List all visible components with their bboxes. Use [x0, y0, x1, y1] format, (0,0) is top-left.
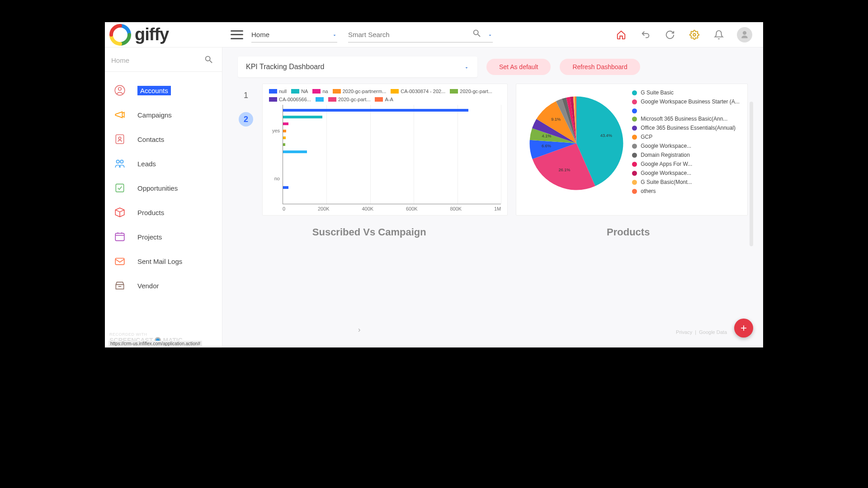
legend-item[interactable] [316, 97, 324, 102]
legend-item[interactable]: Google Workspace Business Starter (A... [632, 99, 744, 105]
sidebar-item-leads[interactable]: Leads [105, 151, 222, 176]
sidebar-item-accounts[interactable]: Accounts [105, 78, 222, 103]
gear-icon[interactable] [688, 28, 701, 41]
menu-toggle-icon[interactable] [231, 30, 243, 39]
topbar: giffy Home [105, 22, 763, 47]
search-input[interactable] [348, 28, 472, 41]
sidebar-item-projects[interactable]: Projects [105, 225, 222, 249]
undo-icon[interactable] [639, 28, 652, 41]
legend-item[interactable]: Google Workspace... [632, 170, 744, 177]
module-selector-label: Home [251, 31, 269, 38]
legend-item[interactable]: others [632, 188, 744, 195]
bar-segment[interactable] [283, 122, 288, 125]
pie-label: 26.1% [559, 168, 571, 172]
campaign-icon [113, 108, 127, 122]
legend-item[interactable]: Office 365 Business Essentials(Annual) [632, 125, 744, 131]
sidebar-item-label: Opportunities [137, 184, 178, 192]
legend-item[interactable]: CA-0006566... [269, 97, 311, 102]
sidebar-item-label: Vendor [137, 282, 159, 290]
sidebar-item-opportunities[interactable]: Opportunities [105, 176, 222, 200]
sidebar-item-label: Contacts [137, 136, 164, 143]
bar-segment[interactable] [283, 130, 286, 132]
bar-segment[interactable] [283, 116, 322, 118]
logo[interactable]: giffy [105, 24, 222, 46]
svg-rect-9 [115, 258, 124, 265]
step-2[interactable]: 2 [239, 112, 253, 127]
svg-point-2 [118, 88, 122, 91]
pie-label: 9.1% [551, 117, 561, 122]
footer-links: Privacy | Google Data [676, 329, 727, 335]
refresh-icon[interactable] [664, 28, 676, 41]
sidebar-item-label: Projects [137, 233, 162, 241]
chevron-down-icon [332, 32, 337, 37]
search-icon[interactable] [472, 28, 482, 40]
project-icon [113, 230, 127, 244]
set-default-button[interactable]: Set As default [486, 59, 551, 75]
legend-item[interactable]: 2020-gc-part... [328, 97, 371, 102]
contact-icon [113, 132, 127, 146]
fab-add-button[interactable]: + [734, 319, 753, 338]
svg-point-0 [693, 33, 696, 36]
user-avatar[interactable] [737, 27, 752, 42]
sidebar-item-products[interactable]: Products [105, 200, 222, 225]
bar-segment[interactable] [283, 186, 288, 189]
pie-chart-panel: 43.4%26.1%6.6%4.1%9.1% G Suite BasicGoog… [516, 84, 748, 216]
pie-chart-legend: G Suite BasicGoogle Workspace Business S… [628, 88, 744, 211]
module-selector[interactable]: Home [251, 27, 337, 42]
pie-label: 43.4% [600, 133, 612, 138]
vendor-icon [113, 279, 127, 292]
sidebar-search[interactable]: Home [105, 50, 222, 72]
search-options-chevron-icon[interactable] [487, 32, 493, 37]
refresh-dashboard-button[interactable]: Refresh Dashboard [560, 59, 640, 75]
bar-chart: yesno [269, 105, 501, 204]
smart-search[interactable] [348, 27, 493, 42]
svg-point-4 [118, 137, 121, 139]
sidebar-item-contacts[interactable]: Contacts [105, 127, 222, 151]
sidebar-item-sent-mail-logs[interactable]: Sent Mail Logs [105, 249, 222, 273]
legend-item[interactable] [632, 108, 744, 113]
sidebar-search-placeholder: Home [111, 56, 129, 64]
dashboard-selector-label: KPI Tracking Dashboard [246, 63, 324, 71]
legend-item[interactable]: G Suite Basic [632, 89, 744, 96]
bar-segment[interactable] [283, 136, 286, 139]
bar-chart-panel: nullNAna2020-gc-partnerm...CA-0030874 - … [262, 84, 508, 216]
legend-item[interactable]: G Suite Basic(Mont... [632, 179, 744, 186]
legend-item[interactable]: Google Workspace... [632, 143, 744, 150]
legend-item[interactable]: A-A [375, 97, 393, 102]
legend-item[interactable]: 2020-gc-part... [450, 89, 492, 94]
top-actions [615, 27, 763, 42]
sidebar-item-label: Accounts [137, 86, 171, 95]
sidebar-item-label: Campaigns [137, 111, 172, 119]
sidebar-item-vendor[interactable]: Vendor [105, 273, 222, 298]
status-url: https://crm-us.infiflex.com/application.… [108, 341, 202, 347]
scrollbar[interactable] [750, 102, 753, 246]
step-1[interactable]: 1 [244, 91, 248, 100]
bar-segment[interactable] [283, 143, 285, 146]
dashboard-selector[interactable]: KPI Tracking Dashboard [238, 56, 477, 77]
legend-item[interactable]: NA [291, 89, 308, 94]
search-icon[interactable] [204, 55, 214, 66]
section-title-subscribed: Suscribed Vs Campaign [238, 226, 500, 238]
home-icon[interactable] [615, 28, 627, 41]
bell-icon[interactable] [712, 28, 725, 41]
bar-segment[interactable] [283, 150, 307, 153]
legend-item[interactable]: Microsoft 365 Business Basic(Ann... [632, 116, 744, 122]
legend-item[interactable]: null [269, 89, 287, 94]
legend-item[interactable]: Google Apps For W... [632, 161, 744, 168]
legend-item[interactable]: na [312, 89, 328, 94]
sidebar-item-label: Leads [137, 160, 156, 168]
sidebar-item-campaigns[interactable]: Campaigns [105, 103, 222, 127]
chevron-down-icon [464, 64, 469, 70]
pie-label: 4.1% [542, 134, 552, 138]
section-title-products: Products [509, 226, 748, 238]
logo-text: giffy [135, 25, 169, 44]
legend-item[interactable]: 2020-gc-partnerm... [333, 89, 387, 94]
legend-item[interactable]: GCP [632, 134, 744, 141]
legend-item[interactable]: CA-0030874 - 202... [391, 89, 445, 94]
leads-icon [113, 157, 127, 170]
sidebar: Home AccountsCampaignsContactsLeadsOppor… [105, 47, 222, 347]
bar-segment[interactable] [283, 109, 468, 112]
legend-item[interactable]: Domain Registration [632, 152, 744, 159]
expand-chevron-icon[interactable]: › [358, 326, 360, 334]
svg-rect-8 [115, 233, 124, 240]
